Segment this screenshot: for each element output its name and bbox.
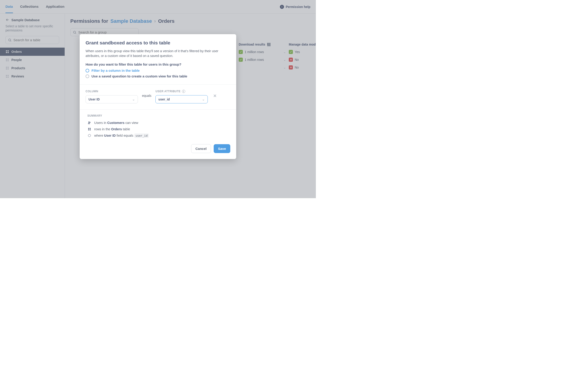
modal-title: Grant sandboxed access to this table [86,40,230,46]
sandbox-modal: Grant sandboxed access to this table Whe… [80,34,236,159]
table-icon [87,128,91,131]
svg-point-18 [88,122,89,123]
save-button[interactable]: Save [214,144,230,153]
cancel-button[interactable]: Cancel [191,144,211,153]
user-attribute-field-label: USER ATTRIBUTE i [156,90,208,93]
column-select-value: User ID [88,97,100,101]
summary-row: where User ID field equals user_id [86,134,230,137]
summary-label: SUMMARY [86,114,230,117]
users-icon [87,121,91,125]
circle-icon [87,134,91,137]
summary-row: Users in Customers can view [86,121,230,125]
modal-description: When users in this group view this table… [86,49,230,58]
radio-use-saved-question[interactable]: Use a saved question to create a custom … [86,74,230,78]
svg-rect-22 [88,129,89,130]
equals-label: equals [142,94,151,99]
svg-rect-23 [90,129,91,130]
chevron-down-icon: ⌄ [132,97,135,101]
radio-icon [86,74,89,78]
column-field-label: COLUMN [86,90,138,93]
remove-filter-button[interactable]: ✕ [212,93,217,100]
radio-label: Filter by a column in the table [91,69,142,72]
modal-overlay[interactable]: Grant sandboxed access to this table Whe… [0,0,316,198]
svg-point-19 [90,122,91,123]
svg-rect-20 [88,128,89,129]
svg-rect-21 [90,128,91,129]
chevron-down-icon: ⌄ [202,97,205,101]
modal-question: How do you want to filter this table for… [86,62,230,66]
radio-label: Use a saved question to create a custom … [91,74,187,78]
summary-row: rows in the Orders table [86,127,230,131]
radio-filter-by-column[interactable]: Filter by a column in the table [86,69,230,72]
user-attribute-select[interactable]: user_id ⌄ [156,95,208,103]
user-attribute-select-value: user_id [158,97,170,101]
info-icon[interactable]: i [182,90,185,93]
column-select[interactable]: User ID ⌄ [86,95,138,103]
radio-icon [86,69,89,72]
